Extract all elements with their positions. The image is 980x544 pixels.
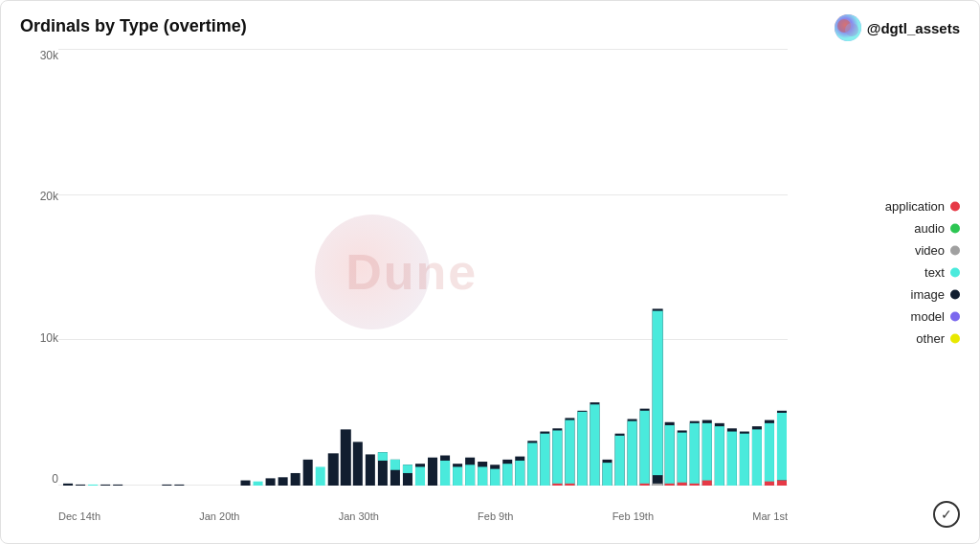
svg-rect-91 [765, 423, 774, 486]
branding-handle: @dgtl_assets [867, 20, 960, 36]
x-label-jan30: Jan 30th [339, 510, 379, 522]
svg-rect-24 [390, 460, 400, 470]
svg-rect-53 [565, 484, 574, 486]
svg-rect-10 [241, 481, 251, 486]
legend-dot-video [950, 245, 960, 255]
svg-rect-83 [715, 426, 724, 486]
svg-rect-8 [162, 485, 171, 486]
legend-item-audio: audio [885, 221, 960, 236]
legend-label-video: video [915, 243, 945, 258]
x-axis: Dec 14th Jan 20th Jan 30th Feb 9th Feb 1… [58, 510, 788, 522]
svg-rect-18 [341, 429, 351, 486]
svg-rect-43 [515, 461, 524, 486]
legend-label-other: other [916, 331, 945, 346]
svg-rect-75 [678, 483, 687, 486]
svg-rect-87 [740, 434, 749, 486]
svg-rect-59 [602, 463, 612, 486]
svg-rect-5 [88, 485, 98, 486]
legend: application audio video text image model… [885, 199, 960, 346]
svg-rect-22 [378, 452, 388, 461]
svg-rect-13 [278, 477, 288, 486]
branding: @dgtl_assets [835, 14, 960, 41]
y-label-30k: 30k [20, 49, 58, 62]
svg-rect-6 [100, 485, 110, 486]
legend-item-video: video [885, 243, 960, 258]
svg-rect-16 [316, 466, 325, 486]
legend-item-model: model [885, 309, 960, 324]
chart-container: Ordinals by Type (overtime) @dgtl_assets [0, 0, 980, 544]
svg-rect-20 [366, 454, 375, 486]
svg-rect-47 [540, 434, 549, 486]
svg-rect-29 [428, 458, 437, 486]
svg-rect-49 [552, 430, 562, 486]
check-icon: ✓ [933, 501, 960, 528]
svg-rect-11 [254, 482, 263, 486]
svg-rect-66 [640, 484, 650, 486]
svg-rect-72 [665, 484, 675, 486]
legend-label-model: model [911, 309, 945, 324]
svg-rect-31 [440, 461, 450, 486]
svg-rect-94 [777, 413, 787, 481]
svg-rect-45 [527, 442, 537, 486]
svg-rect-65 [640, 411, 650, 486]
svg-rect-14 [291, 473, 301, 486]
svg-rect-37 [478, 466, 487, 486]
legend-dot-other [950, 333, 960, 343]
svg-rect-77 [690, 423, 700, 486]
svg-rect-80 [702, 423, 712, 486]
check-symbol: ✓ [941, 507, 952, 522]
svg-rect-68 [653, 311, 663, 476]
svg-rect-35 [465, 465, 475, 486]
svg-rect-55 [577, 412, 587, 486]
svg-rect-39 [490, 469, 500, 486]
chart-title: Ordinals by Type (overtime) [20, 16, 247, 36]
svg-rect-95 [777, 481, 787, 486]
branding-avatar [835, 14, 861, 41]
legend-dot-application [950, 201, 960, 211]
legend-item-image: image [885, 287, 960, 302]
y-axis: 0 10k 20k 30k [20, 49, 58, 486]
y-label-10k: 10k [20, 331, 58, 345]
svg-point-2 [845, 23, 858, 36]
legend-dot-model [950, 311, 960, 321]
svg-rect-41 [502, 464, 512, 486]
svg-rect-78 [690, 484, 700, 486]
y-label-0: 0 [20, 472, 58, 486]
svg-rect-28 [415, 466, 425, 486]
svg-rect-7 [113, 485, 122, 486]
legend-label-text: text [924, 265, 945, 280]
chart-area [58, 49, 788, 486]
svg-rect-81 [702, 481, 712, 486]
legend-label-application: application [885, 199, 945, 214]
svg-rect-17 [328, 453, 339, 486]
svg-rect-69 [653, 484, 663, 486]
svg-rect-19 [353, 442, 363, 486]
legend-label-audio: audio [914, 221, 945, 236]
legend-item-text: text [885, 265, 960, 280]
svg-rect-26 [403, 465, 412, 473]
svg-rect-92 [765, 482, 774, 486]
x-label-mar1: Mar 1st [752, 510, 788, 522]
svg-rect-74 [678, 433, 687, 486]
svg-rect-61 [615, 436, 625, 486]
svg-rect-3 [63, 484, 73, 486]
svg-rect-15 [303, 460, 313, 486]
legend-item-other: other [885, 331, 960, 346]
svg-rect-4 [76, 485, 85, 486]
legend-dot-audio [950, 223, 960, 233]
svg-rect-71 [665, 425, 675, 486]
legend-dot-text [950, 267, 960, 277]
legend-label-image: image [911, 287, 945, 302]
svg-rect-89 [752, 429, 762, 486]
svg-rect-63 [628, 421, 637, 486]
y-label-20k: 20k [20, 190, 58, 203]
svg-rect-50 [552, 484, 562, 486]
svg-rect-52 [565, 420, 574, 486]
x-label-feb9: Feb 9th [478, 510, 513, 522]
bars-svg [58, 49, 788, 486]
svg-rect-9 [174, 485, 184, 486]
x-label-feb19: Feb 19th [612, 510, 654, 522]
x-label-dec14: Dec 14th [58, 510, 100, 522]
svg-rect-85 [727, 432, 737, 486]
svg-rect-57 [590, 404, 599, 486]
